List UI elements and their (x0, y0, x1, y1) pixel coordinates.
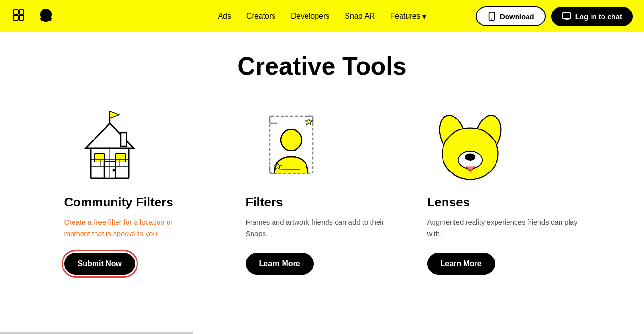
svg-rect-12 (116, 153, 125, 162)
card-lenses-title: Lenses (427, 195, 470, 210)
nav-link-developers[interactable]: Developers (291, 12, 329, 21)
svg-point-10 (112, 169, 115, 172)
page-title: Creative Tools (10, 52, 634, 80)
navbar: Ads Creators Developers Snap AR Features… (0, 0, 644, 32)
svg-point-29 (281, 129, 302, 151)
chevron-down-icon: ▾ (422, 12, 426, 21)
svg-rect-11 (95, 153, 104, 162)
svg-point-5 (491, 18, 492, 19)
nav-center: Ads Creators Developers Snap AR Features… (218, 12, 426, 21)
card-filters-title: Filters (246, 195, 283, 210)
submit-now-button[interactable]: Submit Now (64, 253, 135, 275)
snapchat-logo[interactable] (36, 7, 55, 26)
lenses-learn-more-button[interactable]: Learn More (427, 253, 495, 275)
nav-left (11, 7, 55, 26)
lenses-icon (427, 109, 513, 185)
nav-link-features[interactable]: Features ▾ (390, 12, 426, 21)
card-community-filters-desc: Create a free filter for a location ormo… (64, 216, 173, 239)
card-lenses-desc: Augmented reality experiences friends ca… (427, 216, 580, 239)
svg-rect-6 (562, 13, 571, 19)
monitor-icon (562, 12, 571, 20)
login-button[interactable]: Log in to chat (551, 7, 633, 26)
phone-icon (487, 12, 496, 21)
svg-marker-14 (110, 111, 119, 118)
card-filters-desc: Frames and artwork friends can add to th… (246, 216, 399, 239)
svg-point-36 (465, 154, 475, 161)
svg-rect-2 (13, 15, 18, 20)
card-lenses: Lenses Augmented reality experiences fri… (427, 109, 580, 275)
nav-link-ads[interactable]: Ads (218, 12, 231, 21)
svg-rect-15 (121, 133, 127, 146)
svg-rect-0 (13, 10, 18, 14)
main-content: Creative Tools (0, 32, 644, 303)
svg-rect-1 (19, 10, 24, 14)
filters-icon (246, 109, 332, 185)
community-filters-icon (64, 109, 150, 185)
grid-icon[interactable] (11, 8, 29, 25)
card-community-filters-title: Community Filters (64, 195, 173, 210)
filters-learn-more-button[interactable]: Learn More (246, 253, 314, 275)
card-filters: Filters Frames and artwork friends can a… (246, 109, 399, 275)
cards-container: Community Filters Create a free filter f… (12, 109, 633, 275)
nav-link-snap-ar[interactable]: Snap AR (345, 12, 375, 21)
download-button[interactable]: Download (476, 6, 546, 26)
svg-rect-3 (19, 15, 24, 20)
nav-link-creators[interactable]: Creators (246, 12, 275, 21)
nav-right: Download Log in to chat (476, 6, 633, 26)
card-community-filters: Community Filters Create a free filter f… (64, 109, 217, 275)
